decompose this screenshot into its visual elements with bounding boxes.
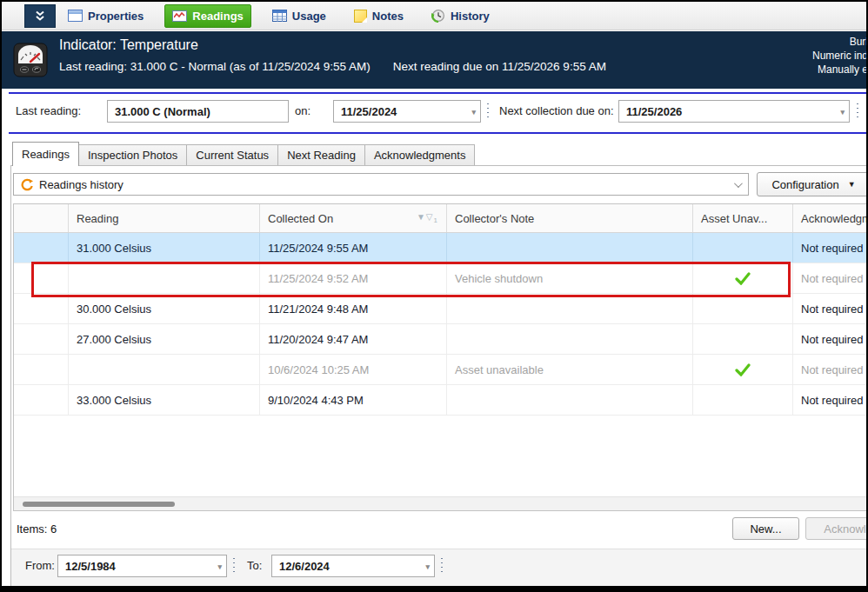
meta-line: Manually e: [812, 63, 868, 76]
tab-readings[interactable]: Readings: [12, 142, 79, 166]
acknowledgment-cell: Not required: [793, 263, 868, 293]
tab-current-status[interactable]: Current Status: [187, 144, 278, 166]
last-reading-value-box[interactable]: 31.000 C (Normal): [107, 100, 289, 123]
field-grip-handle[interactable]: [439, 556, 444, 575]
row-selector-cell[interactable]: [14, 355, 69, 384]
table-row[interactable]: 11/25/2024 9:52 AM Vehicle shutdown Not …: [14, 263, 868, 294]
row-selector-cell[interactable]: [14, 263, 69, 293]
collector-note-cell: [447, 324, 693, 354]
collapse-toolbar-button[interactable]: [24, 4, 56, 28]
scrollbar-thumb[interactable]: [23, 502, 175, 507]
field-grip-handle[interactable]: [231, 556, 237, 575]
table-row[interactable]: 33.000 Celsius 9/10/2024 4:43 PM Not req…: [14, 385, 868, 416]
field-grip-handle[interactable]: [855, 102, 860, 121]
row-selector-cell[interactable]: [14, 233, 69, 263]
table-header-row: Reading Collected On ▼▽1 Collector's Not…: [14, 204, 868, 233]
column-header-collector-note[interactable]: Collector's Note: [447, 204, 693, 232]
acknowledgment-cell: Not required: [793, 324, 868, 354]
asset-unavailable-cell: [693, 324, 793, 354]
chevron-down-icon: [734, 179, 743, 188]
row-selector-cell[interactable]: [14, 324, 69, 354]
toolbar-tab-usage[interactable]: Usage: [265, 4, 333, 28]
column-header-asset-unavailable[interactable]: Asset Unav...: [693, 204, 793, 232]
dropdown-arrow-icon[interactable]: ▾: [471, 108, 476, 116]
asset-unavailable-cell: [693, 233, 793, 263]
asset-unavailable-cell: [693, 294, 793, 323]
to-date-field[interactable]: 12/6/2024 ▾: [271, 555, 435, 577]
summary-row: Last reading: 31.000 C (Normal) on: 11/2…: [2, 97, 866, 129]
row-selector-cell[interactable]: [14, 385, 69, 415]
toolbar-tab-label: Properties: [88, 10, 144, 23]
notes-sticky-icon: [354, 10, 367, 23]
page-title: Indicator: Temperature: [59, 37, 198, 53]
toolbar-tab-label: Usage: [292, 10, 326, 23]
properties-window-icon: [68, 10, 83, 22]
reading-cell: 31.000 Celsius: [69, 233, 260, 263]
collector-note-cell: Asset unavailable: [447, 355, 693, 384]
window-bottom-border: [2, 586, 866, 590]
dropdown-arrow-icon[interactable]: ▾: [840, 108, 845, 116]
reading-cell: [69, 355, 260, 384]
to-label: To:: [247, 559, 262, 572]
history-clock-icon: [431, 9, 445, 23]
last-reading-value: 31.000 C (Normal): [115, 105, 210, 118]
acknowledgment-cell: Not required: [793, 233, 868, 263]
toolbar-tab-label: History: [451, 10, 490, 23]
selector-column-header[interactable]: [14, 204, 69, 232]
tab-inspection-photos[interactable]: Inspection Photos: [79, 144, 187, 166]
refresh-icon: [21, 178, 34, 191]
toolbar-tab-label: Notes: [372, 10, 404, 23]
column-header-collected-on[interactable]: Collected On ▼▽1: [260, 204, 447, 232]
items-statusbar: Items: 6 New... Acknowledge: [11, 511, 868, 549]
from-date-field[interactable]: 12/5/1984 ▾: [57, 555, 227, 577]
green-check-icon: [735, 272, 751, 285]
to-date-value: 12/6/2024: [279, 560, 330, 573]
collector-note-cell: [447, 385, 693, 415]
horizontal-scrollbar[interactable]: [14, 496, 868, 510]
asset-unavailable-cell: [693, 355, 793, 384]
readings-history-combobox[interactable]: Readings history: [13, 173, 749, 196]
configuration-button[interactable]: Configuration ▼: [757, 172, 868, 196]
collector-note-cell: Vehicle shutdown: [447, 263, 693, 293]
last-reading-summary: Last reading: 31.000 C - Normal (as of 1…: [59, 60, 371, 73]
tab-acknowledgments[interactable]: Acknowledgments: [365, 144, 476, 166]
collected-on-cell: 9/10/2024 4:43 PM: [260, 385, 447, 415]
date-range-bar: From: 12/5/1984 ▾ To: 12/6/2024 ▾: [11, 549, 868, 588]
readings-chart-icon: [172, 10, 187, 22]
next-collection-label: Next collection due on:: [499, 104, 614, 117]
table-row[interactable]: 27.000 Celsius 11/20/2024 9:47 AM Not re…: [14, 324, 868, 355]
history-bar: Readings history Configuration ▼: [11, 166, 868, 203]
from-label: From:: [25, 559, 55, 572]
collected-on-cell: 11/25/2024 9:52 AM: [260, 263, 447, 293]
tab-next-reading[interactable]: Next Reading: [278, 144, 365, 166]
toolbar-tab-readings[interactable]: Readings: [164, 4, 251, 28]
toolbar-tab-properties[interactable]: Properties: [61, 4, 150, 28]
acknowledge-button[interactable]: Acknowledge: [805, 517, 868, 540]
new-button[interactable]: New...: [732, 517, 799, 540]
readings-table: Reading Collected On ▼▽1 Collector's Not…: [13, 203, 868, 511]
next-collection-date-field[interactable]: 11/25/2026 ▾: [618, 100, 850, 123]
table-row[interactable]: 30.000 Celsius 11/21/2024 9:48 AM Not re…: [14, 294, 868, 324]
dropdown-arrow-icon[interactable]: ▾: [217, 562, 222, 571]
toolbar-tab-history[interactable]: History: [424, 4, 497, 28]
acknowledgment-cell: Not required: [793, 294, 868, 323]
indicator-header: Indicator: Temperature Last reading: 31.…: [2, 31, 866, 89]
top-toolbar: Properties Readings Usage: [2, 2, 866, 30]
dropdown-arrow-icon[interactable]: ▾: [425, 562, 430, 571]
row-selector-cell[interactable]: [14, 294, 69, 323]
field-grip-handle[interactable]: [485, 102, 491, 121]
items-count: Items: 6: [17, 522, 57, 535]
toolbar-tab-notes[interactable]: Notes: [347, 4, 411, 28]
column-header-acknowledgments[interactable]: Acknowledgments: [793, 204, 868, 232]
column-header-reading[interactable]: Reading: [69, 204, 260, 232]
green-check-icon: [735, 363, 751, 376]
collector-note-cell: [447, 233, 693, 263]
on-date-value: 11/25/2024: [341, 105, 397, 118]
sort-filter-icon[interactable]: ▼▽1: [417, 212, 438, 224]
table-row[interactable]: 10/6/2024 10:25 AM Asset unavailable Not…: [14, 355, 868, 385]
acknowledgment-cell: Not required: [793, 355, 868, 384]
next-reading-due: Next reading due on 11/25/2026 9:55 AM: [393, 60, 606, 73]
on-date-field[interactable]: 11/25/2024 ▾: [333, 100, 481, 123]
table-row[interactable]: 31.000 Celsius 11/25/2024 9:55 AM Not re…: [14, 233, 868, 263]
reading-cell: 30.000 Celsius: [69, 294, 260, 323]
